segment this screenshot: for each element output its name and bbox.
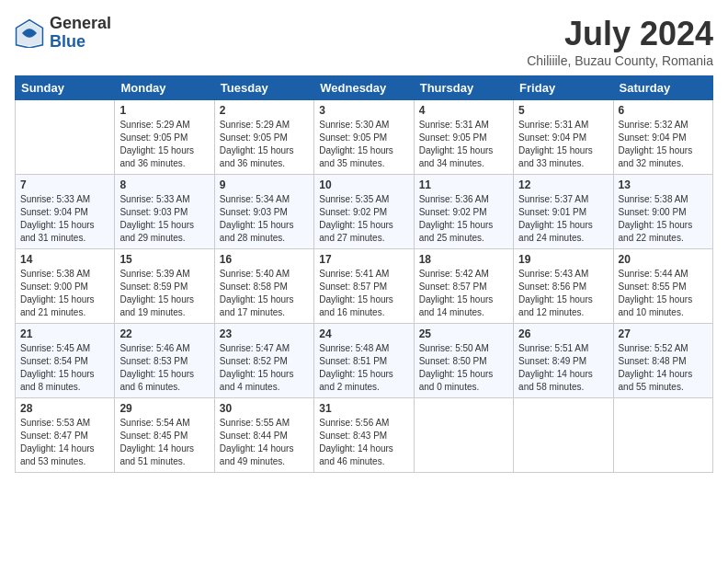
day-info: Sunrise: 5:50 AM Sunset: 8:50 PM Dayligh… [419, 342, 508, 394]
day-number: 30 [220, 402, 309, 415]
logo-icon [15, 18, 44, 48]
weekday-header: Wednesday [314, 76, 414, 100]
day-number: 2 [220, 104, 309, 117]
calendar-cell: 27Sunrise: 5:52 AM Sunset: 8:48 PM Dayli… [613, 324, 712, 398]
calendar-header-row: SundayMondayTuesdayWednesdayThursdayFrid… [16, 76, 713, 100]
calendar-week-row: 14Sunrise: 5:38 AM Sunset: 9:00 PM Dayli… [16, 249, 713, 324]
calendar-week-row: 1Sunrise: 5:29 AM Sunset: 9:05 PM Daylig… [16, 100, 713, 175]
day-number: 11 [419, 178, 508, 191]
logo-general: General [50, 15, 111, 33]
day-info: Sunrise: 5:53 AM Sunset: 8:47 PM Dayligh… [20, 417, 109, 468]
day-info: Sunrise: 5:31 AM Sunset: 9:05 PM Dayligh… [419, 119, 508, 170]
day-number: 9 [220, 178, 309, 191]
day-info: Sunrise: 5:54 AM Sunset: 8:45 PM Dayligh… [119, 417, 209, 468]
day-number: 26 [518, 327, 608, 340]
day-info: Sunrise: 5:35 AM Sunset: 9:02 PM Dayligh… [319, 193, 408, 245]
calendar-cell: 18Sunrise: 5:42 AM Sunset: 8:57 PM Dayli… [414, 249, 513, 324]
day-info: Sunrise: 5:47 AM Sunset: 8:52 PM Dayligh… [220, 342, 309, 394]
day-number: 15 [119, 253, 209, 266]
calendar-cell: 16Sunrise: 5:40 AM Sunset: 8:58 PM Dayli… [214, 249, 313, 324]
location-title: Chiliiile, Buzau County, Romania [527, 53, 713, 68]
day-info: Sunrise: 5:46 AM Sunset: 8:53 PM Dayligh… [119, 342, 209, 394]
weekday-header: Monday [115, 76, 214, 100]
calendar-cell: 17Sunrise: 5:41 AM Sunset: 8:57 PM Dayli… [314, 249, 414, 324]
day-info: Sunrise: 5:40 AM Sunset: 8:58 PM Dayligh… [220, 268, 309, 319]
day-number: 3 [319, 104, 408, 117]
calendar-cell: 28Sunrise: 5:53 AM Sunset: 8:47 PM Dayli… [16, 398, 115, 473]
calendar-cell: 23Sunrise: 5:47 AM Sunset: 8:52 PM Dayli… [214, 324, 313, 398]
day-number: 24 [319, 327, 408, 340]
calendar-table: SundayMondayTuesdayWednesdayThursdayFrid… [15, 75, 713, 473]
day-number: 27 [619, 327, 708, 340]
weekday-header: Friday [514, 76, 613, 100]
day-info: Sunrise: 5:51 AM Sunset: 8:49 PM Dayligh… [518, 342, 608, 394]
day-info: Sunrise: 5:34 AM Sunset: 9:03 PM Dayligh… [220, 193, 309, 245]
page-header: General Blue July 2024 Chiliiile, Buzau … [15, 15, 713, 68]
day-number: 19 [518, 253, 608, 266]
calendar-cell: 24Sunrise: 5:48 AM Sunset: 8:51 PM Dayli… [314, 324, 414, 398]
day-info: Sunrise: 5:33 AM Sunset: 9:04 PM Dayligh… [20, 193, 109, 245]
logo-text: General Blue [50, 15, 111, 52]
calendar-cell: 21Sunrise: 5:45 AM Sunset: 8:54 PM Dayli… [16, 324, 115, 398]
calendar-week-row: 28Sunrise: 5:53 AM Sunset: 8:47 PM Dayli… [16, 398, 713, 473]
calendar-cell [613, 398, 712, 473]
weekday-header: Saturday [613, 76, 712, 100]
calendar-cell: 3Sunrise: 5:30 AM Sunset: 9:05 PM Daylig… [314, 100, 414, 175]
day-number: 23 [220, 327, 309, 340]
calendar-cell: 31Sunrise: 5:56 AM Sunset: 8:43 PM Dayli… [314, 398, 414, 473]
day-number: 29 [119, 402, 209, 415]
calendar-cell [414, 398, 513, 473]
calendar-cell: 1Sunrise: 5:29 AM Sunset: 9:05 PM Daylig… [115, 100, 214, 175]
calendar-cell: 9Sunrise: 5:34 AM Sunset: 9:03 PM Daylig… [214, 175, 313, 249]
weekday-header: Tuesday [214, 76, 313, 100]
day-number: 8 [119, 178, 209, 191]
day-number: 28 [20, 402, 109, 415]
day-info: Sunrise: 5:48 AM Sunset: 8:51 PM Dayligh… [319, 342, 408, 394]
calendar-cell: 14Sunrise: 5:38 AM Sunset: 9:00 PM Dayli… [16, 249, 115, 324]
calendar-cell: 15Sunrise: 5:39 AM Sunset: 8:59 PM Dayli… [115, 249, 214, 324]
calendar-cell: 11Sunrise: 5:36 AM Sunset: 9:02 PM Dayli… [414, 175, 513, 249]
day-info: Sunrise: 5:56 AM Sunset: 8:43 PM Dayligh… [319, 417, 408, 468]
logo-blue: Blue [50, 33, 111, 52]
calendar-cell: 30Sunrise: 5:55 AM Sunset: 8:44 PM Dayli… [214, 398, 313, 473]
day-number: 14 [20, 253, 109, 266]
calendar-cell: 4Sunrise: 5:31 AM Sunset: 9:05 PM Daylig… [414, 100, 513, 175]
day-info: Sunrise: 5:36 AM Sunset: 9:02 PM Dayligh… [419, 193, 508, 245]
day-info: Sunrise: 5:44 AM Sunset: 8:55 PM Dayligh… [619, 268, 708, 319]
day-number: 16 [220, 253, 309, 266]
calendar-cell: 2Sunrise: 5:29 AM Sunset: 9:05 PM Daylig… [214, 100, 313, 175]
day-info: Sunrise: 5:38 AM Sunset: 9:00 PM Dayligh… [619, 193, 708, 245]
day-number: 6 [619, 104, 708, 117]
calendar-cell: 26Sunrise: 5:51 AM Sunset: 8:49 PM Dayli… [514, 324, 613, 398]
day-info: Sunrise: 5:45 AM Sunset: 8:54 PM Dayligh… [20, 342, 109, 394]
calendar-cell: 6Sunrise: 5:32 AM Sunset: 9:04 PM Daylig… [613, 100, 712, 175]
calendar-cell: 5Sunrise: 5:31 AM Sunset: 9:04 PM Daylig… [514, 100, 613, 175]
calendar-cell: 29Sunrise: 5:54 AM Sunset: 8:45 PM Dayli… [115, 398, 214, 473]
day-number: 7 [20, 178, 109, 191]
day-info: Sunrise: 5:42 AM Sunset: 8:57 PM Dayligh… [419, 268, 508, 319]
logo: General Blue [15, 15, 111, 52]
day-info: Sunrise: 5:29 AM Sunset: 9:05 PM Dayligh… [220, 119, 309, 170]
day-number: 12 [518, 178, 608, 191]
title-block: July 2024 Chiliiile, Buzau County, Roman… [527, 15, 713, 68]
day-info: Sunrise: 5:37 AM Sunset: 9:01 PM Dayligh… [518, 193, 608, 245]
day-number: 18 [419, 253, 508, 266]
calendar-week-row: 21Sunrise: 5:45 AM Sunset: 8:54 PM Dayli… [16, 324, 713, 398]
day-number: 4 [419, 104, 508, 117]
weekday-header: Sunday [16, 76, 115, 100]
day-info: Sunrise: 5:31 AM Sunset: 9:04 PM Dayligh… [518, 119, 608, 170]
day-info: Sunrise: 5:43 AM Sunset: 8:56 PM Dayligh… [518, 268, 608, 319]
calendar-cell: 19Sunrise: 5:43 AM Sunset: 8:56 PM Dayli… [514, 249, 613, 324]
day-info: Sunrise: 5:30 AM Sunset: 9:05 PM Dayligh… [319, 119, 408, 170]
calendar-week-row: 7Sunrise: 5:33 AM Sunset: 9:04 PM Daylig… [16, 175, 713, 249]
calendar-cell: 12Sunrise: 5:37 AM Sunset: 9:01 PM Dayli… [514, 175, 613, 249]
calendar-cell: 22Sunrise: 5:46 AM Sunset: 8:53 PM Dayli… [115, 324, 214, 398]
day-number: 25 [419, 327, 508, 340]
calendar-cell: 7Sunrise: 5:33 AM Sunset: 9:04 PM Daylig… [16, 175, 115, 249]
calendar-cell: 10Sunrise: 5:35 AM Sunset: 9:02 PM Dayli… [314, 175, 414, 249]
day-number: 10 [319, 178, 408, 191]
calendar-cell: 8Sunrise: 5:33 AM Sunset: 9:03 PM Daylig… [115, 175, 214, 249]
day-info: Sunrise: 5:38 AM Sunset: 9:00 PM Dayligh… [20, 268, 109, 319]
day-number: 17 [319, 253, 408, 266]
day-number: 5 [518, 104, 608, 117]
